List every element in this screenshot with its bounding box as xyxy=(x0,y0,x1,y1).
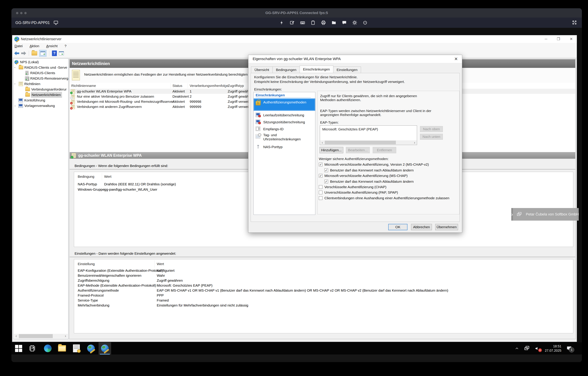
add-button[interactable]: Hinzufügen... xyxy=(319,147,343,153)
checkbox-icon[interactable]: ✓ xyxy=(319,174,322,178)
gear-icon[interactable] xyxy=(352,20,357,25)
constraint-leerlaufzeit[interactable]: Leerlaufzeitüberschreitung xyxy=(254,112,315,119)
constraint-tag-uhrzeit[interactable]: Tag- und Uhrzeiteinschränkungen xyxy=(254,132,315,143)
taskview-button[interactable] xyxy=(26,342,39,355)
tab-einschraenkungen[interactable]: Einschränkungen xyxy=(300,65,333,73)
move-up-button[interactable]: Nach oben xyxy=(420,126,443,132)
nps-button[interactable] xyxy=(85,342,97,355)
tree-item-kontofuehrung[interactable]: Kontoführung xyxy=(13,97,68,103)
scroll-right-icon[interactable]: › xyxy=(63,334,68,338)
col-richtlinienname[interactable]: Richtlinienname xyxy=(71,83,96,89)
apply-button[interactable]: Übernehmen xyxy=(435,224,458,230)
checkbox-icon[interactable]: ✓ xyxy=(325,169,328,172)
col-zugriffstyp[interactable]: Zugriffstyp xyxy=(228,83,244,89)
minimize-icon[interactable]: ─ xyxy=(545,37,547,41)
tree-item-vorlagenverwaltung[interactable]: › Vorlagenverwaltung xyxy=(13,103,68,108)
chat-icon[interactable] xyxy=(342,20,347,25)
scroll-right-icon[interactable]: › xyxy=(412,140,417,145)
chevron-expanded-icon[interactable]: › xyxy=(13,66,17,69)
checkbox-mschap-v2[interactable]: ✓ Microsoft-verschlüsselte Authentifizie… xyxy=(319,162,429,166)
speaker-muted-icon[interactable]: ✕ xyxy=(535,346,540,351)
tree-item-richtlinien[interactable]: › Richtlinien xyxy=(13,81,68,86)
menu-hilfe[interactable]: ? xyxy=(64,44,70,48)
constraint-authentifizierungsmethoden[interactable]: Authentifizierungsmethoden xyxy=(254,98,315,111)
col-status[interactable]: Status xyxy=(172,83,182,89)
chevron-collapsed-icon[interactable]: › xyxy=(13,104,17,107)
remote-host[interactable]: GG-SRV-PD-APP01 xyxy=(15,18,58,28)
nps-titlebar[interactable]: Netzwerkrichtlinienserver ─ ❐ ✕ xyxy=(12,35,577,43)
help-icon[interactable]: ? xyxy=(52,51,57,56)
nps-button-active[interactable] xyxy=(99,342,111,355)
explorer-button[interactable] xyxy=(56,342,68,355)
remove-button[interactable]: Entfernen xyxy=(373,147,396,153)
tree-item-netzwerkrichtlinien[interactable]: Netzwerkrichtlinien xyxy=(13,92,68,97)
tree-item-nps-root[interactable]: NPS (Lokal) xyxy=(13,59,68,65)
tree-item-radius-clients-server[interactable]: › RADIUS-Clients und -Serve xyxy=(13,65,68,70)
chevron-up-icon[interactable] xyxy=(515,346,519,351)
certmgr-button[interactable] xyxy=(70,342,83,355)
checkbox-icon[interactable]: ✓ xyxy=(325,180,328,183)
start-button[interactable] xyxy=(12,342,25,355)
scroll-left-icon[interactable]: ‹ xyxy=(320,140,325,145)
show-tree-icon[interactable] xyxy=(32,51,37,55)
checkbox-icon[interactable]: ✓ xyxy=(319,191,322,194)
close-dot[interactable] xyxy=(16,12,18,14)
clipboard-icon[interactable] xyxy=(311,20,315,25)
checkbox-icon[interactable]: ✓ xyxy=(319,196,322,200)
checkbox-mschap[interactable]: ✓ Microsoft-verschlüsselte Authentifizie… xyxy=(319,174,408,178)
chevron-expanded-icon[interactable]: › xyxy=(13,82,17,86)
cancel-button[interactable]: Abbrechen xyxy=(411,224,432,230)
tree-horizontal-scrollbar[interactable]: ‹ › xyxy=(14,334,68,338)
minimize-dot[interactable] xyxy=(20,12,22,14)
tree-item-radius-clients[interactable]: RADIUS-Clients xyxy=(13,70,68,76)
network-icon[interactable] xyxy=(524,345,530,351)
back-icon[interactable] xyxy=(14,51,19,55)
restore-icon[interactable]: ❐ xyxy=(557,37,560,41)
ok-button[interactable]: OK xyxy=(388,224,408,230)
close-icon[interactable]: ✕ xyxy=(453,56,459,62)
fullscreen-icon[interactable] xyxy=(572,20,577,25)
eap-type-item[interactable]: Microsoft: Geschütztes EAP (PEAP) xyxy=(322,127,378,131)
new-window-icon[interactable] xyxy=(59,51,64,55)
edge-button[interactable] xyxy=(42,342,54,355)
checkbox-mschap-v2-pwchange[interactable]: ✓ Benutzer darf das Kennwort nach Ablauf… xyxy=(325,168,414,172)
action-center-icon[interactable]: 1 xyxy=(566,345,572,351)
constraint-empfangs-id[interactable]: Empfangs-ID xyxy=(254,126,315,133)
checkbox-icon[interactable]: ✓ xyxy=(319,185,322,189)
dialog-titlebar[interactable]: Eigenschaften von gg-schueler WLAN Enter… xyxy=(248,55,462,63)
scroll-left-icon[interactable]: ‹ xyxy=(14,334,19,338)
folder-icon[interactable] xyxy=(331,20,336,25)
menu-aktion[interactable]: Aktion xyxy=(30,44,43,48)
tab-einstellungen[interactable]: Einstellungen xyxy=(333,66,361,73)
checkbox-mschap-pwchange[interactable]: ✓ Benutzer darf das Kennwort nach Ablauf… xyxy=(325,180,414,183)
scrollbar-thumb[interactable] xyxy=(325,141,396,144)
tab-uebersicht[interactable]: Übersicht xyxy=(251,66,273,73)
keyboard-icon[interactable] xyxy=(300,20,305,25)
checkbox-pap-spap[interactable]: ✓ Unverschlüsselte Authentifizierung (PA… xyxy=(319,191,398,194)
compose-icon[interactable] xyxy=(290,20,295,25)
forward-icon[interactable] xyxy=(21,51,26,55)
printer-icon[interactable] xyxy=(321,20,326,25)
edit-button[interactable]: Bearbeiten... xyxy=(346,147,370,153)
constraint-sitzungszeit[interactable]: Sitzungszeitüberschreitung xyxy=(254,119,315,126)
checkbox-chap[interactable]: ✓ Verschlüsselte Authentifizierung (CHAP… xyxy=(319,185,387,189)
eap-horizontal-scrollbar[interactable]: ‹ › xyxy=(320,140,417,145)
zoom-dot[interactable] xyxy=(24,12,27,14)
col-verarbeitungsreihenfolge[interactable]: Verarbeitungsreihenfolge xyxy=(190,83,228,89)
bolt-icon[interactable] xyxy=(279,20,284,25)
console-pane-toggle[interactable] xyxy=(39,50,46,57)
menu-datei[interactable]: Datei xyxy=(15,44,26,48)
scrollbar-thumb[interactable] xyxy=(19,334,53,338)
power-icon[interactable] xyxy=(363,20,368,25)
checkbox-icon[interactable]: ✓ xyxy=(319,163,322,166)
menu-ansicht[interactable]: Ansicht xyxy=(46,44,61,48)
move-down-button[interactable]: Nach unten xyxy=(420,134,443,140)
notification-toast[interactable]: › Petar Čubela von Softbox GmbH xyxy=(511,208,578,221)
tree-item-verbindungsanforderung[interactable]: Verbindungsanforderur xyxy=(13,86,68,92)
tree-item-radius-remoteserver[interactable]: RADIUS-Remoteserverg xyxy=(13,76,68,81)
tray-clock[interactable]: 18:51 27.07.2025 xyxy=(545,344,561,353)
toast-expand-chevron-icon[interactable]: › xyxy=(511,208,513,221)
checkbox-no-negotiation[interactable]: ✓ Clientverbindungen ohne Aushandlung ei… xyxy=(319,196,449,200)
tab-bedingungen[interactable]: Bedingungen xyxy=(273,66,300,73)
window-traffic-lights[interactable] xyxy=(16,12,27,14)
